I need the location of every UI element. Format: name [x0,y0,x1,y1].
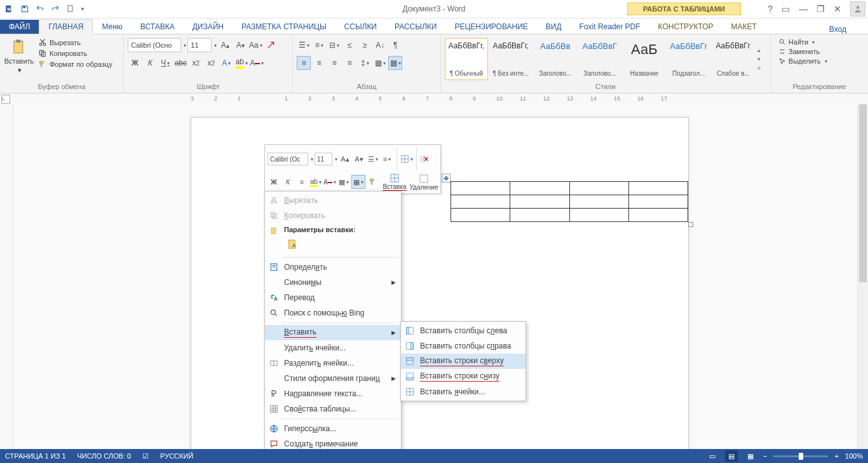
borders-button[interactable]: ▦▾ [388,56,402,70]
style-item[interactable]: АаБбВвГг,¶ Без инте... [489,38,532,80]
ctx-insert[interactable]: Вставить▶ [265,325,401,340]
select-button[interactable]: Выделить▾ [778,57,827,65]
qat-more-icon[interactable]: ▼ [80,6,85,12]
sub-insert-rows-below[interactable]: Вставить строки снизу [401,369,526,384]
user-avatar[interactable] [850,1,865,17]
highlight-button[interactable]: ab▾ [234,56,248,70]
format-painter-button[interactable]: Формат по образцу [38,60,112,69]
vertical-scrollbar[interactable] [857,104,868,449]
tab-references[interactable]: ССЫЛКИ [336,20,386,34]
mini-bullets[interactable]: ☰▾ [367,153,379,165]
increase-indent-button[interactable]: ≥ [358,38,372,52]
undo-button[interactable] [33,2,47,16]
ctx-delete-cells[interactable]: Удалить ячейки... [265,340,401,356]
ctx-text-direction[interactable]: Направление текста... [265,386,401,401]
mini-borders[interactable]: ▦▾ [351,175,365,189]
inserted-table[interactable]: ✥ [451,181,688,222]
tab-layout[interactable]: РАЗМЕТКА СТРАНИЦЫ [233,20,336,34]
mini-bold[interactable]: Ж [268,176,280,188]
tab-selector[interactable]: L [1,95,10,104]
tab-foxit[interactable]: Foxit Reader PDF [571,20,649,34]
zoom-out-button[interactable]: − [763,452,767,460]
cut-button[interactable]: Вырезать [38,38,112,47]
status-lang[interactable]: РУССКИЙ [160,452,193,460]
restore-button[interactable]: ❐ [817,4,825,14]
sub-insert-cols-left[interactable]: Вставить столбцы слева [401,323,526,338]
tab-constructor[interactable]: КОНСТРУКТОР [649,20,722,34]
align-center-button[interactable]: ≡ [312,56,326,70]
ribbon-options-button[interactable]: ▭ [782,4,790,14]
styles-more-button[interactable]: ▴▾≡ [757,47,766,71]
bold-button[interactable]: Ж [128,56,142,70]
table-move-handle[interactable]: ✥ [442,174,451,183]
sub-insert-rows-above[interactable]: Вставить строки сверху [401,354,526,369]
close-button[interactable]: ✕ [834,4,841,14]
mini-numbering[interactable]: ≡▾ [381,153,393,165]
multilevel-button[interactable]: ⊟▾ [327,38,341,52]
sort-button[interactable]: A↓ [373,38,387,52]
justify-button[interactable]: ≡ [342,56,356,70]
style-item[interactable]: АаБНазвание [623,38,666,80]
mini-shrink-font[interactable]: A▾ [353,153,365,165]
subscript-button[interactable]: x2 [189,56,203,70]
mini-italic[interactable]: К [281,176,294,188]
new-doc-button[interactable] [64,2,78,16]
mini-font-color[interactable]: A▾ [323,176,336,188]
underline-button[interactable]: Ч▾ [158,56,172,70]
mini-highlight[interactable]: ab▾ [309,176,322,188]
mini-format-painter[interactable] [367,176,379,188]
paste-button[interactable]: Вставить ▾ [4,36,34,74]
tab-home[interactable]: ГЛАВНАЯ [39,19,93,34]
mini-grow-font[interactable]: A▴ [339,153,351,165]
copy-button[interactable]: Копировать [38,49,112,58]
mini-delete-table[interactable]: ✕ [420,153,433,165]
tab-menu[interactable]: Меню [93,20,131,34]
tab-review[interactable]: РЕЦЕНЗИРОВАНИЕ [445,20,536,34]
ctx-copy[interactable]: Копировать [265,208,401,223]
tab-view[interactable]: ВИД [537,20,571,34]
redo-button[interactable] [48,2,62,16]
line-spacing-button[interactable]: ‡▾ [358,56,372,70]
mini-shading[interactable]: ▦▾ [337,176,350,188]
ctx-translate[interactable]: Перевод [265,290,401,305]
clear-formatting-button[interactable] [264,38,278,52]
minimize-button[interactable]: ― [799,4,808,14]
sub-insert-cols-right[interactable]: Вставить столбцы справа [401,338,526,354]
paste-keep-text-button[interactable]: A [284,236,301,252]
tab-design[interactable]: ДИЗАЙН [184,20,233,34]
zoom-slider[interactable] [773,455,828,457]
mini-insert-menu[interactable]: Вставка [381,173,409,191]
print-layout-button[interactable]: ▤ [725,450,738,462]
tab-file[interactable]: ФАЙЛ [0,20,39,34]
numbering-button[interactable]: ≡▾ [312,38,326,52]
ctx-table-props[interactable]: Свойства таблицы... [265,401,401,417]
grow-font-button[interactable]: A▴ [218,38,232,52]
style-item[interactable]: АаБбВвЗаголово... [534,38,577,80]
text-effects-button[interactable]: A▾ [219,56,233,70]
web-layout-button[interactable]: ▦ [744,450,757,462]
style-item[interactable]: АаБбВвГгПодзагол... [667,38,710,80]
font-name-combo[interactable]: Calibri (Осно [128,38,181,52]
sub-insert-cells[interactable]: Вставить ячейки... [401,384,526,399]
font-size-combo[interactable]: 11 [187,38,212,52]
shrink-font-button[interactable]: A▾ [233,38,247,52]
ctx-new-comment[interactable]: Создать примечание [265,436,401,449]
status-page[interactable]: СТРАНИЦА 1 ИЗ 1 [5,452,66,460]
mini-table-grid[interactable]: ▾ [400,153,413,165]
style-item[interactable]: АаБбВвГг,¶ Обычный [445,38,488,80]
sign-in-link[interactable]: Вход [829,25,846,34]
zoom-level[interactable]: 100% [845,452,863,460]
mini-font-name[interactable]: Calibri (Ос [268,153,308,165]
tab-maket[interactable]: МАКЕТ [722,20,766,34]
font-color-button[interactable]: A▾ [250,56,264,70]
zoom-in-button[interactable]: + [834,452,838,460]
help-button[interactable]: ? [768,4,773,14]
save-button[interactable] [18,2,32,16]
read-mode-button[interactable]: ▭ [706,450,719,462]
ctx-define[interactable]: Определить [265,259,401,275]
decrease-indent-button[interactable]: ≤ [342,38,356,52]
ctx-border-styles[interactable]: Стили оформления границ▶ [265,371,401,386]
bullets-button[interactable]: ☰▾ [297,38,311,52]
align-left-button[interactable]: ≡ [297,56,311,70]
strike-button[interactable]: abc [173,56,187,70]
